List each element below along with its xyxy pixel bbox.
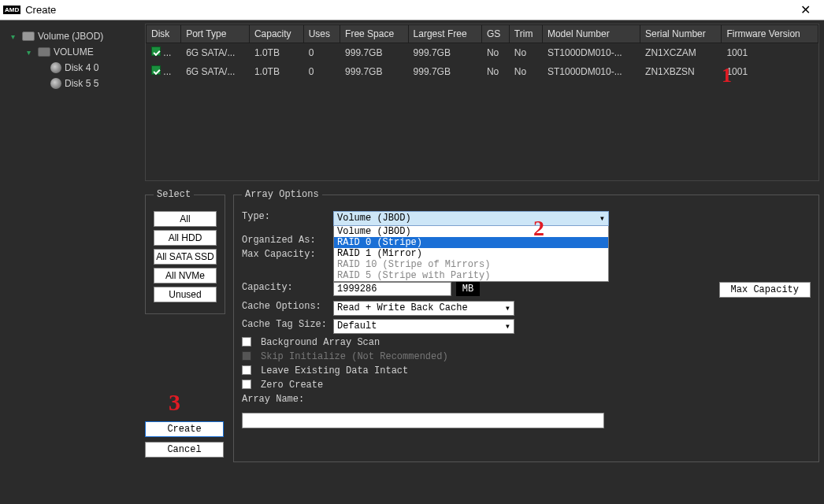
- col-free-space[interactable]: Free Space: [340, 25, 408, 43]
- disk-icon: [50, 78, 61, 89]
- tree-disk5-label: Disk 5 5: [65, 78, 98, 89]
- tree-volume-label: VOLUME: [54, 46, 94, 57]
- zero-create-label: Zero Create: [261, 380, 323, 391]
- cell-trim: No: [509, 43, 542, 62]
- cell-port-type: 6G SATA/...: [181, 62, 250, 81]
- create-button[interactable]: Create: [145, 421, 224, 437]
- select-all-nvme-button[interactable]: All NVMe: [154, 268, 217, 284]
- type-dropdown: Volume (JBOD) RAID 0 (Stripe) RAID 1 (Mi…: [333, 226, 609, 282]
- cell-model: ST1000DM010-...: [542, 43, 640, 62]
- app-logo: AMD: [3, 6, 20, 14]
- capacity-label: Capacity:: [242, 282, 328, 293]
- select-all-sata-ssd-button[interactable]: All SATA SSD: [154, 249, 217, 265]
- bg-scan-label: Background Array Scan: [261, 337, 380, 348]
- cell-largest-free: 999.7GB: [408, 62, 481, 81]
- cell-trim: No: [509, 62, 542, 81]
- tree-volume[interactable]: ▾ VOLUME: [3, 44, 139, 60]
- chevron-down-icon: ▾: [27, 48, 35, 57]
- type-option-raid1[interactable]: RAID 1 (Mirror): [334, 248, 608, 259]
- col-gs[interactable]: GS: [481, 25, 509, 43]
- cache-options-value: Read + Write Back Cache: [337, 302, 468, 314]
- type-label: Type:: [242, 211, 328, 222]
- select-unused-button[interactable]: Unused: [154, 287, 217, 302]
- array-options: Array Options Type: Volume (JBOD) ▾ Volu…: [233, 189, 819, 462]
- cell-firmware: 1001: [722, 43, 818, 62]
- cell-disk: ...: [163, 66, 171, 77]
- cancel-button[interactable]: Cancel: [145, 442, 224, 458]
- col-largest-free[interactable]: Largest Free: [408, 25, 481, 43]
- array-options-legend: Array Options: [242, 189, 322, 200]
- type-select[interactable]: Volume (JBOD) ▾ Volume (JBOD) RAID 0 (St…: [333, 211, 609, 282]
- volume-icon: [38, 47, 50, 57]
- select-all-hdd-button[interactable]: All HDD: [154, 230, 217, 246]
- tree-disk4-label: Disk 4 0: [65, 62, 98, 73]
- checkbox-checked-icon[interactable]: [151, 46, 161, 56]
- cache-tag-select[interactable]: Default ▾: [333, 319, 514, 334]
- col-disk[interactable]: Disk: [147, 25, 181, 43]
- leave-data-checkbox[interactable]: [242, 365, 251, 375]
- organized-as-label: Organized As:: [242, 235, 328, 246]
- bg-scan-checkbox[interactable]: [242, 337, 251, 346]
- chevron-down-icon: ▾: [505, 321, 510, 332]
- leave-data-label: Leave Existing Data Intact: [261, 365, 408, 376]
- cell-gs: No: [481, 62, 509, 81]
- capacity-unit: MB: [456, 282, 480, 296]
- array-name-input[interactable]: [242, 413, 604, 428]
- type-selected-value: Volume (JBOD): [337, 213, 411, 224]
- cell-capacity: 1.0TB: [249, 43, 303, 62]
- capacity-input[interactable]: 1999286: [333, 282, 451, 296]
- cache-options-label: Cache Options:: [242, 301, 328, 312]
- checkbox-checked-icon[interactable]: [151, 65, 161, 75]
- cell-model: ST1000DM010-...: [542, 62, 640, 81]
- type-option-raid0[interactable]: RAID 0 (Stripe): [334, 237, 608, 248]
- skip-init-checkbox: [242, 351, 251, 361]
- select-all-button[interactable]: All: [154, 211, 217, 227]
- max-capacity-button[interactable]: Max Capacity: [719, 282, 811, 298]
- cache-tag-value: Default: [337, 321, 377, 332]
- type-option-raid5[interactable]: RAID 5 (Stripe with Parity): [334, 270, 608, 281]
- titlebar: AMD Create ✕: [0, 0, 824, 20]
- main-area: ▾ Volume (JBOD) ▾ VOLUME Disk 4 0 Disk 5…: [0, 20, 824, 504]
- cache-options-select[interactable]: Read + Write Back Cache ▾: [333, 301, 514, 316]
- cell-uses: 0: [303, 62, 340, 81]
- col-capacity[interactable]: Capacity: [249, 25, 303, 43]
- type-option-jbod[interactable]: Volume (JBOD): [334, 226, 608, 237]
- cell-capacity: 1.0TB: [249, 62, 303, 81]
- close-icon[interactable]: ✕: [789, 2, 821, 17]
- window-title: Create: [25, 4, 789, 16]
- content-pane: Disk Port Type Capacity Uses Free Space …: [142, 20, 824, 504]
- tree-root[interactable]: ▾ Volume (JBOD): [3, 28, 139, 44]
- zero-create-checkbox[interactable]: [242, 380, 251, 389]
- cell-serial: ZN1XCZAM: [640, 43, 722, 62]
- col-uses[interactable]: Uses: [303, 25, 340, 43]
- cell-largest-free: 999.7GB: [408, 43, 481, 62]
- cell-port-type: 6G SATA/...: [181, 43, 250, 62]
- cell-uses: 0: [303, 43, 340, 62]
- tree-disk5[interactable]: Disk 5 5: [3, 76, 139, 91]
- cell-disk: ...: [163, 47, 171, 58]
- lower-panel: Select All All HDD All SATA SSD All NVMe…: [145, 189, 819, 462]
- skip-init-label: Skip Initialize (Not Recommended): [261, 351, 448, 362]
- cache-tag-label: Cache Tag Size:: [242, 319, 328, 330]
- col-port-type[interactable]: Port Type: [181, 25, 250, 43]
- chevron-down-icon: ▾: [11, 32, 19, 41]
- col-serial[interactable]: Serial Number: [640, 25, 722, 43]
- chevron-down-icon: ▾: [505, 302, 510, 314]
- cell-serial: ZN1XBZSN: [640, 62, 722, 81]
- tree-disk4[interactable]: Disk 4 0: [3, 60, 139, 76]
- table-row[interactable]: ... 6G SATA/... 1.0TB 0 999.7GB 999.7GB …: [147, 62, 818, 81]
- drive-icon: [22, 32, 35, 41]
- col-trim[interactable]: Trim: [509, 25, 542, 43]
- tree-root-label: Volume (JBOD): [38, 31, 103, 42]
- cell-free-space: 999.7GB: [340, 43, 408, 62]
- max-capacity-label: Max Capacity:: [242, 249, 328, 260]
- table-row[interactable]: ... 6G SATA/... 1.0TB 0 999.7GB 999.7GB …: [147, 43, 818, 62]
- disk-table-wrap: Disk Port Type Capacity Uses Free Space …: [145, 24, 819, 181]
- select-group: Select All All HDD All SATA SSD All NVMe…: [145, 189, 225, 314]
- col-model[interactable]: Model Number: [542, 25, 640, 43]
- type-option-raid10[interactable]: RAID 10 (Stripe of Mirrors): [334, 259, 608, 270]
- col-firmware[interactable]: Firmware Version: [722, 25, 818, 43]
- cell-free-space: 999.7GB: [340, 62, 408, 81]
- cell-gs: No: [481, 43, 509, 62]
- disk-icon: [50, 62, 61, 73]
